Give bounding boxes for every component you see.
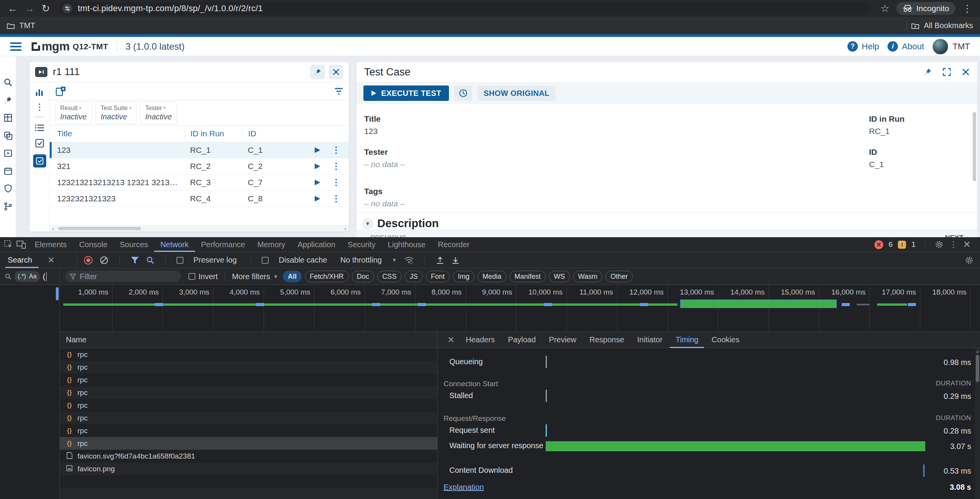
filter-chip-test-suite[interactable]: Test Suite▾ Inactive: [96, 102, 136, 124]
hamburger-menu-icon[interactable]: [10, 40, 22, 53]
row-kebab-icon[interactable]: ⋮: [332, 161, 340, 171]
devtools-menu-kebab-icon[interactable]: ⋮: [949, 239, 958, 250]
detail-tab-initiator[interactable]: Initiator: [632, 332, 669, 348]
table-row[interactable]: 321 RC_2 C_2 ▶⋮: [50, 158, 349, 174]
regex-toggle[interactable]: (.*): [18, 273, 26, 280]
filter-pill-doc[interactable]: Doc: [352, 271, 374, 282]
address-bar[interactable]: tmt-ci.pidev.mgm-tp.com/p/8/sp/_/v/1.0.0…: [59, 2, 871, 15]
devtools-tab-elements[interactable]: Elements: [29, 237, 73, 252]
devtools-tab-network[interactable]: Network: [154, 237, 195, 252]
filter-pill-all[interactable]: All: [283, 271, 302, 282]
close-panel-button[interactable]: [962, 68, 970, 76]
filter-chip-result[interactable]: Result▾ Inactive: [55, 102, 92, 124]
description-section[interactable]: ▾ Description: [356, 212, 977, 230]
horizontal-scrollbar[interactable]: ‹ ›: [50, 225, 349, 231]
kebab-icon[interactable]: ⋮: [35, 104, 44, 111]
table-row[interactable]: 123213213213213 12321 321321321 RC_3 C_7…: [50, 174, 349, 191]
all-bookmarks-label[interactable]: All Bookmarks: [924, 21, 973, 30]
search-icon[interactable]: [3, 78, 13, 87]
refresh-icon[interactable]: ↻: [42, 3, 50, 13]
show-original-button[interactable]: SHOW ORIGINAL: [477, 85, 556, 101]
forward-icon[interactable]: →: [25, 3, 35, 13]
add-test-case-icon[interactable]: [55, 85, 67, 97]
scrollbar-thumb[interactable]: [58, 227, 141, 230]
invert-checkbox[interactable]: [188, 273, 195, 280]
filter-chip-tester[interactable]: Tester▾ Inactive: [140, 102, 177, 124]
error-badge-icon[interactable]: ✕: [874, 240, 883, 249]
throttling-select[interactable]: No throttling: [340, 256, 382, 265]
history-clock-button[interactable]: [454, 85, 472, 101]
pin-icon[interactable]: [3, 95, 13, 105]
cards-icon[interactable]: [35, 138, 45, 148]
record-icon[interactable]: [84, 256, 92, 265]
error-count[interactable]: 6: [889, 240, 893, 249]
bookmark-folder-tmt[interactable]: TMT: [19, 21, 35, 30]
scroll-right-icon[interactable]: ›: [342, 225, 349, 232]
request-row[interactable]: {}rpc: [60, 412, 437, 424]
device-toolbar-icon[interactable]: [16, 240, 26, 249]
devtools-tab-security[interactable]: Security: [341, 237, 382, 252]
request-row[interactable]: {}rpc: [60, 348, 437, 361]
more-filters-button[interactable]: More filters: [232, 272, 270, 281]
explanation-link[interactable]: Explanation: [444, 483, 484, 492]
devtools-tab-recorder[interactable]: Recorder: [432, 237, 476, 252]
cards-selected-icon[interactable]: [33, 154, 46, 167]
network-settings-gear-icon[interactable]: [965, 256, 974, 265]
devtools-tab-performance[interactable]: Performance: [195, 237, 252, 252]
filter-pill-img[interactable]: Img: [453, 271, 474, 282]
scrollbar-thumb[interactable]: [976, 355, 979, 382]
close-detail-icon[interactable]: ✕: [444, 335, 458, 345]
detail-vertical-scrollbar[interactable]: ▲: [975, 348, 980, 499]
search-query-area[interactable]: (.*) Aa (: [0, 268, 60, 285]
chart-icon[interactable]: [35, 87, 45, 97]
user-menu[interactable]: TMT: [933, 39, 970, 54]
site-info-icon[interactable]: [62, 3, 72, 13]
network-overview-timeline[interactable]: 1,000 ms2,000 ms3,000 ms4,000 ms5,000 ms…: [0, 285, 980, 332]
filter-pill-other[interactable]: Other: [605, 271, 633, 282]
checklist-icon[interactable]: [3, 131, 13, 140]
search-magnifier-icon[interactable]: [146, 256, 155, 265]
request-row[interactable]: {}rpc: [60, 399, 437, 412]
filter-icon[interactable]: [334, 87, 343, 95]
filter-input[interactable]: Filter: [65, 271, 181, 282]
request-row[interactable]: {}rpc: [60, 424, 437, 437]
devtools-tab-lighthouse[interactable]: Lighthouse: [382, 237, 432, 252]
search-tab[interactable]: Search ✕: [0, 252, 77, 268]
disable-cache-label[interactable]: Disable cache: [279, 256, 327, 265]
app-logo[interactable]: mgm Q12-TMT: [30, 40, 108, 54]
table-row[interactable]: 1232321321323 RC_4 C_8 ▶⋮: [50, 191, 349, 207]
column-name[interactable]: Name: [60, 335, 86, 344]
run-version[interactable]: 3 (1.0.0 latest): [126, 41, 185, 52]
clear-icon[interactable]: [99, 256, 109, 265]
search-query-input[interactable]: (: [43, 272, 47, 281]
devtools-tab-memory[interactable]: Memory: [251, 237, 291, 252]
disable-cache-checkbox[interactable]: [262, 257, 269, 264]
warning-badge-icon[interactable]: !: [898, 241, 906, 249]
devtools-tab-sources[interactable]: Sources: [114, 237, 154, 252]
settings-gear-icon[interactable]: [935, 240, 944, 249]
close-search-icon[interactable]: ✕: [47, 255, 54, 265]
media-icon[interactable]: [3, 149, 13, 158]
execute-test-button[interactable]: EXECUTE TEST: [363, 85, 449, 101]
shield-icon[interactable]: [3, 184, 13, 193]
play-icon[interactable]: ▶: [314, 194, 320, 204]
filter-pill-wasm[interactable]: Wasm: [573, 271, 602, 282]
filter-pill-media[interactable]: Media: [477, 271, 506, 282]
inspect-element-icon[interactable]: [4, 240, 13, 249]
url-text[interactable]: tmt-ci.pidev.mgm-tp.com/p/8/sp/_/v/1.0.0…: [78, 3, 263, 13]
import-har-icon[interactable]: [436, 256, 444, 265]
column-title[interactable]: Title: [52, 129, 185, 138]
browser-menu-kebab-icon[interactable]: ⋮: [962, 3, 972, 13]
detail-tab-response[interactable]: Response: [583, 332, 630, 348]
column-id[interactable]: ID: [242, 129, 284, 138]
pin-panel-button[interactable]: [923, 68, 932, 76]
search-scrollbar-thumb[interactable]: [56, 287, 59, 300]
filter-funnel-icon[interactable]: [131, 256, 139, 264]
filter-pill-js[interactable]: JS: [405, 271, 423, 282]
export-har-icon[interactable]: [451, 256, 460, 265]
calendar-icon[interactable]: [3, 166, 13, 176]
branch-icon[interactable]: [3, 202, 13, 211]
detail-tab-payload[interactable]: Payload: [502, 332, 541, 348]
expand-icon[interactable]: [943, 68, 951, 76]
detail-tab-preview[interactable]: Preview: [543, 332, 582, 348]
